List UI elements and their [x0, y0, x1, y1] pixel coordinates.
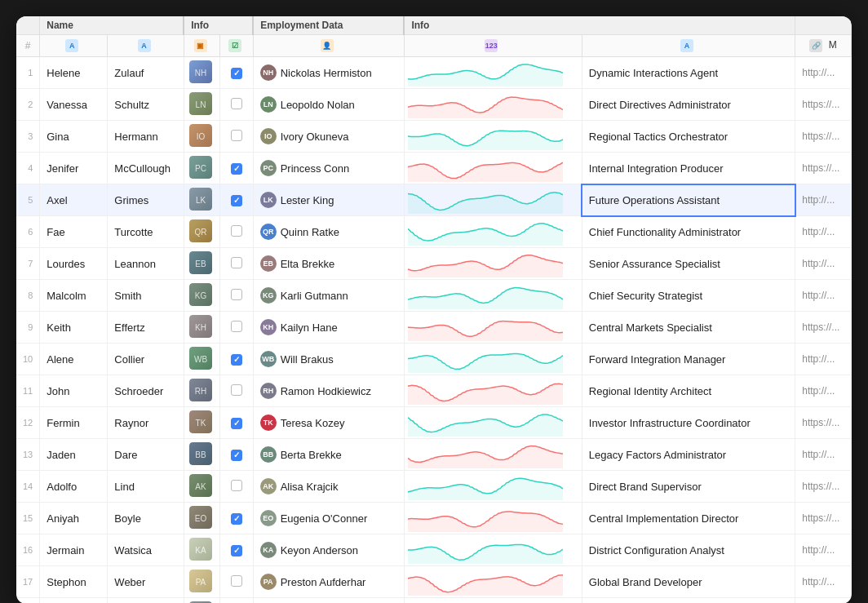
title-cell[interactable]: Regional Tactics Orchestrator: [582, 121, 795, 153]
manager-cell[interactable]: WB Will Brakus: [253, 344, 404, 375]
last-name-cell[interactable]: White: [108, 598, 184, 604]
url-cell[interactable]: http://...: [795, 375, 852, 407]
table-row[interactable]: 13 Jaden Dare BB BB Berta Brekke Legacy …: [16, 439, 852, 471]
opt-in-cell[interactable]: [220, 534, 253, 566]
table-row[interactable]: 4 Jenifer McCullough PC PC Princess Conn…: [16, 153, 852, 184]
last-name-cell[interactable]: Lind: [108, 471, 184, 503]
title-cell[interactable]: Investor Infrastructure Coordinator: [582, 407, 795, 439]
title-cell[interactable]: Future Operations Assistant: [582, 184, 795, 216]
opt-in-cell[interactable]: [220, 153, 253, 184]
title-cell[interactable]: Internal Integration Producer: [582, 153, 795, 184]
table-row[interactable]: 10 Alene Collier WB WB Will Brakus Forwa…: [16, 344, 852, 375]
url-cell[interactable]: https://...: [795, 471, 852, 503]
manager-cell[interactable]: NH Nickolas Hermiston: [253, 57, 404, 89]
manager-cell[interactable]: QR Quinn Ratke: [253, 216, 404, 248]
col-more[interactable]: 🔗 M: [795, 35, 852, 57]
table-row[interactable]: 2 Vanessa Schultz LN LN Leopoldo Nolan D…: [16, 89, 852, 121]
opt-in-checkbox[interactable]: [231, 163, 242, 175]
opt-in-checkbox[interactable]: [231, 418, 242, 429]
opt-in-checkbox[interactable]: [231, 450, 242, 461]
url-cell[interactable]: http://...: [795, 534, 852, 566]
first-name-cell[interactable]: Malcolm: [40, 280, 108, 312]
opt-in-checkbox[interactable]: [231, 257, 242, 268]
title-cell[interactable]: Direct Directives Administrator: [582, 89, 795, 121]
title-cell[interactable]: Chief Functionality Administrator: [582, 216, 795, 248]
opt-in-checkbox[interactable]: [231, 354, 242, 366]
table-row[interactable]: 6 Fae Turcotte QR QR Quinn Ratke Chief F…: [16, 216, 852, 248]
url-cell[interactable]: http://...: [795, 344, 852, 375]
col-opt-in[interactable]: ☑: [220, 35, 253, 57]
manager-cell[interactable]: AK Alisa Krajcik: [253, 471, 404, 503]
table-row[interactable]: 9 Keith Effertz KH KH Kailyn Hane Centra…: [16, 312, 852, 344]
title-cell[interactable]: Direct Brand Supervisor: [582, 471, 795, 503]
opt-in-cell[interactable]: [220, 566, 253, 598]
table-row[interactable]: 18 Clay White BS BS Bridgette Schuppe Na…: [16, 598, 852, 604]
table-row[interactable]: 15 Aniyah Boyle EO EO Eugenia O'Conner C…: [16, 503, 852, 534]
opt-in-cell[interactable]: [220, 598, 253, 604]
manager-cell[interactable]: BB Berta Brekke: [253, 439, 404, 471]
url-cell[interactable]: http://...: [795, 57, 852, 89]
last-name-cell[interactable]: Leannon: [108, 248, 184, 280]
first-name-cell[interactable]: Gina: [40, 121, 108, 153]
last-name-cell[interactable]: Schroeder: [108, 375, 184, 407]
opt-in-checkbox[interactable]: [231, 225, 242, 237]
manager-cell[interactable]: EO Eugenia O'Conner: [253, 503, 404, 534]
title-cell[interactable]: Legacy Factors Administrator: [582, 439, 795, 471]
opt-in-cell[interactable]: [220, 280, 253, 312]
opt-in-cell[interactable]: [220, 248, 253, 280]
col-performance[interactable]: 123: [404, 35, 582, 57]
last-name-cell[interactable]: Watsica: [108, 534, 184, 566]
opt-in-cell[interactable]: [220, 439, 253, 471]
title-cell[interactable]: National Tactics Associate: [582, 598, 795, 604]
manager-cell[interactable]: LN Leopoldo Nolan: [253, 89, 404, 121]
url-cell[interactable]: https://...: [795, 312, 852, 344]
table-row[interactable]: 8 Malcolm Smith KG KG Karli Gutmann Chie…: [16, 280, 852, 312]
title-cell[interactable]: Dynamic Interactions Agent: [582, 57, 795, 89]
manager-cell[interactable]: KG Karli Gutmann: [253, 280, 404, 312]
url-cell[interactable]: https://...: [795, 153, 852, 184]
first-name-cell[interactable]: Jaden: [40, 439, 108, 471]
opt-in-checkbox[interactable]: [231, 289, 242, 300]
first-name-cell[interactable]: Adolfo: [40, 471, 108, 503]
first-name-cell[interactable]: Lourdes: [40, 248, 108, 280]
first-name-cell[interactable]: Keith: [40, 312, 108, 344]
first-name-cell[interactable]: Clay: [40, 598, 108, 604]
table-row[interactable]: 5 Axel Grimes LK LK Lester King Future O…: [16, 184, 852, 216]
opt-in-cell[interactable]: [220, 216, 253, 248]
manager-cell[interactable]: KH Kailyn Hane: [253, 312, 404, 344]
opt-in-checkbox[interactable]: [231, 98, 242, 109]
title-cell[interactable]: Regional Identity Architect: [582, 375, 795, 407]
opt-in-cell[interactable]: [220, 312, 253, 344]
table-row[interactable]: 12 Fermin Raynor TK TK Teresa Kozey Inve…: [16, 407, 852, 439]
col-manager[interactable]: 👤: [253, 35, 404, 57]
last-name-cell[interactable]: Hermann: [108, 121, 184, 153]
last-name-cell[interactable]: Dare: [108, 439, 184, 471]
first-name-cell[interactable]: Axel: [40, 184, 108, 216]
manager-cell[interactable]: TK Teresa Kozey: [253, 407, 404, 439]
opt-in-cell[interactable]: [220, 184, 253, 216]
url-cell[interactable]: https://...: [795, 121, 852, 153]
last-name-cell[interactable]: Smith: [108, 280, 184, 312]
url-cell[interactable]: https://...: [795, 503, 852, 534]
url-cell[interactable]: http://...: [795, 248, 852, 280]
title-cell[interactable]: District Configuration Analyst: [582, 534, 795, 566]
opt-in-checkbox[interactable]: [231, 130, 242, 141]
last-name-cell[interactable]: Grimes: [108, 184, 184, 216]
col-last-name[interactable]: A: [108, 35, 184, 57]
first-name-cell[interactable]: Vanessa: [40, 89, 108, 121]
opt-in-checkbox[interactable]: [231, 384, 242, 396]
first-name-cell[interactable]: Stephon: [40, 566, 108, 598]
opt-in-checkbox[interactable]: [231, 545, 242, 556]
main-table-container[interactable]: Name Info Employment Data Info # A A ▣: [16, 16, 852, 603]
last-name-cell[interactable]: Weber: [108, 566, 184, 598]
title-cell[interactable]: Forward Integration Manager: [582, 344, 795, 375]
last-name-cell[interactable]: Effertz: [108, 312, 184, 344]
table-row[interactable]: 17 Stephon Weber PA PA Preston Aufderhar…: [16, 566, 852, 598]
url-cell[interactable]: http://...: [795, 216, 852, 248]
first-name-cell[interactable]: Helene: [40, 57, 108, 89]
opt-in-checkbox[interactable]: [231, 513, 242, 525]
table-row[interactable]: 14 Adolfo Lind AK AK Alisa Krajcik Direc…: [16, 471, 852, 503]
title-cell[interactable]: Chief Security Strategist: [582, 280, 795, 312]
first-name-cell[interactable]: Alene: [40, 344, 108, 375]
opt-in-cell[interactable]: [220, 121, 253, 153]
